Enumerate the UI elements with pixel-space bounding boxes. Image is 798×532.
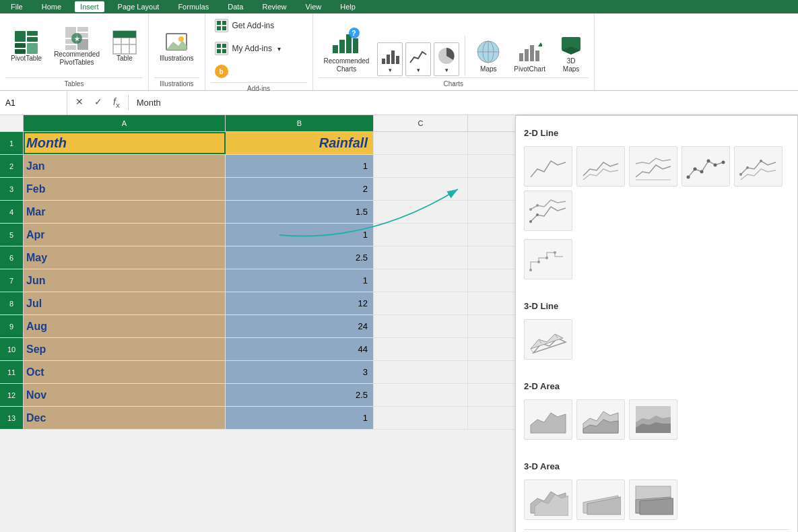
cell-a11[interactable]: Oct [24,361,226,383]
cell-b7[interactable]: 1 [226,269,374,292]
cell-c2[interactable] [374,155,468,177]
row-num-10[interactable]: 10 [0,338,24,360]
table-button[interactable]: Table [106,28,143,65]
cell-b4[interactable]: 1.5 [226,201,374,223]
tab-help[interactable]: Help [335,1,361,12]
cell-a8[interactable]: Jul [24,292,226,314]
cell-c13[interactable] [374,407,468,429]
cell-b13[interactable]: 1 [226,407,374,429]
cell-a3[interactable]: Feb [24,178,226,200]
row-num-12[interactable]: 12 [0,384,24,406]
row-num-3[interactable]: 3 [0,178,24,200]
tab-home[interactable]: Home [36,1,67,12]
cell-c12[interactable] [374,384,468,406]
stacked-line-chart-thumb[interactable] [576,146,625,187]
row-num-8[interactable]: 8 [0,292,24,314]
cell-c3[interactable] [374,178,468,200]
recommended-charts-button[interactable]: ? RecommendedCharts [319,22,375,76]
tab-review[interactable]: Review [257,1,292,12]
row-num-4[interactable]: 4 [0,201,24,223]
2d-area-header: 2-D Area [524,377,789,395]
100-stacked-line-markers-chart-thumb[interactable] [524,191,572,231]
3d-maps-button[interactable]: 3DMaps [554,28,589,76]
tab-file[interactable]: File [5,1,28,12]
pivot-table-button[interactable]: PivotTable [5,28,47,65]
confirm-formula-button[interactable]: ✓ [92,95,105,110]
cell-c10[interactable] [374,338,468,360]
cell-a2[interactable]: Jan [24,155,226,177]
100-stacked-line-chart-thumb[interactable] [629,146,677,187]
svg-rect-23 [217,21,221,25]
cell-b12[interactable]: 2.5 [226,384,374,406]
cell-a9[interactable]: Aug [24,315,226,337]
pie-chart-button[interactable]: ▾ [434,42,459,76]
bing-button[interactable]: b [211,62,232,81]
cell-b9[interactable]: 24 [226,315,374,337]
area-chart-thumb[interactable] [524,399,572,440]
tab-page-layout[interactable]: Page Layout [112,1,165,12]
maps-button[interactable]: Maps [471,36,506,76]
cell-b5[interactable]: 1 [226,224,374,246]
cell-a12[interactable]: Nov [24,384,226,406]
3d-100-stacked-area-chart-thumb[interactable] [629,479,677,520]
cell-a5[interactable]: Apr [24,224,226,246]
cell-a10[interactable]: Sep [24,338,226,360]
3d-stacked-area-chart-thumb[interactable] [576,479,625,520]
3d-area-chart-thumb[interactable] [524,479,572,520]
recommended-pivottables-button[interactable]: ★ RecommendedPivotTables [48,24,105,69]
row-num-1[interactable]: 1 [0,132,24,154]
insert-function-button[interactable]: fx [110,95,123,110]
cell-a6[interactable]: May [24,246,226,269]
100-stacked-area-chart-thumb[interactable] [629,399,677,440]
cell-b3[interactable]: 2 [226,178,374,200]
stacked-line-markers-chart-thumb[interactable] [734,146,783,187]
row-num-7[interactable]: 7 [0,269,24,292]
stepped-line-chart-thumb[interactable] [524,239,572,279]
row-num-2[interactable]: 2 [0,155,24,177]
cancel-formula-button[interactable]: ✕ [73,95,86,110]
cell-a1[interactable]: Month [24,132,226,154]
cell-a4[interactable]: Mar [24,201,226,223]
cell-b10[interactable]: 44 [226,338,374,360]
illustrations-button[interactable]: Illustrations [154,28,199,65]
tab-data[interactable]: Data [222,1,248,12]
cell-c7[interactable] [374,269,468,292]
chart-divider [465,36,465,76]
stacked-area-chart-thumb[interactable] [576,399,625,440]
row-num-6[interactable]: 6 [0,246,24,269]
cell-b8[interactable]: 12 [226,292,374,314]
line-chart-thumb[interactable] [524,146,572,187]
pivotchart-button[interactable]: PivotChart [508,36,551,76]
column-bar-chart-button[interactable]: ▾ [377,42,403,76]
3d-line-chart-thumb[interactable] [524,319,572,360]
cell-c4[interactable] [374,201,468,223]
row-num-5[interactable]: 5 [0,224,24,246]
cell-b1[interactable]: Rainfall [226,132,374,154]
cell-c1[interactable] [374,132,468,154]
name-box[interactable]: A1 [0,91,67,114]
col-header-b[interactable]: B [226,115,374,131]
tab-view[interactable]: View [300,1,327,12]
row-num-9[interactable]: 9 [0,315,24,337]
line-chart-button[interactable]: ▾ [405,42,431,76]
more-line-charts-row[interactable]: More Line Charts... [524,529,789,532]
cell-c6[interactable] [374,246,468,269]
cell-c9[interactable] [374,315,468,337]
cell-b6[interactable]: 2.5 [226,246,374,269]
row-num-13[interactable]: 13 [0,407,24,429]
get-addins-button[interactable]: Get Add-ins [211,16,279,35]
cell-a13[interactable]: Dec [24,407,226,429]
tab-insert[interactable]: Insert [75,1,104,12]
col-header-a[interactable]: A [24,115,226,131]
cell-c5[interactable] [374,224,468,246]
cell-a7[interactable]: Jun [24,269,226,292]
col-header-c[interactable]: C [374,115,468,131]
row-num-11[interactable]: 11 [0,361,24,383]
line-markers-chart-thumb[interactable] [681,146,730,187]
cell-b2[interactable]: 1 [226,155,374,177]
cell-b11[interactable]: 3 [226,361,374,383]
cell-c11[interactable] [374,361,468,383]
tab-formulas[interactable]: Formulas [172,1,214,12]
cell-c8[interactable] [374,292,468,314]
my-addins-button[interactable]: My Add-ins ▾ [211,39,285,58]
